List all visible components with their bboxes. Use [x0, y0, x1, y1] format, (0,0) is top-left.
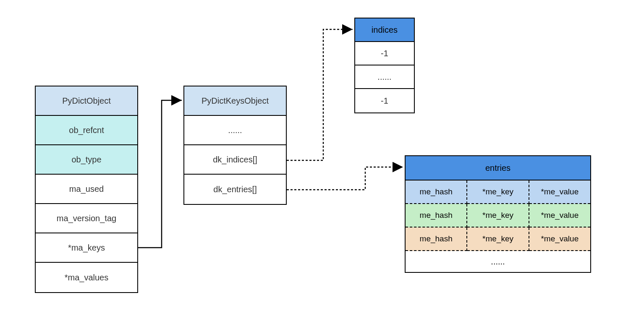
entry-hash: me_hash: [406, 227, 467, 251]
pykeys-box: PyDictKeysObject ...... dk_indices[] dk_…: [183, 86, 287, 205]
pydict-field-refcnt: ob_refcnt: [36, 116, 137, 145]
entries-title: entries: [406, 156, 590, 180]
pydict-field-keys: *ma_keys: [36, 233, 137, 263]
entry-row-1: me_hash *me_key *me_value: [406, 204, 590, 227]
entry-value: *me_value: [529, 227, 590, 251]
pydict-title: PyDictObject: [36, 86, 137, 116]
pykeys-field-dots: ......: [184, 116, 286, 145]
entry-key: *me_key: [467, 227, 529, 251]
pydict-field-values: *ma_values: [36, 263, 137, 292]
entry-value: *me_value: [529, 204, 590, 227]
entries-footer: ......: [406, 251, 590, 272]
pykeys-field-indices: dk_indices[]: [184, 145, 286, 175]
pydict-field-version: ma_version_tag: [36, 204, 137, 233]
entries-box: entries me_hash *me_key *me_value me_has…: [405, 155, 591, 273]
entry-row-2: me_hash *me_key *me_value: [406, 227, 590, 251]
pykeys-field-entries: dk_entries[]: [184, 175, 286, 204]
indices-cell-0: -1: [355, 42, 414, 65]
pydict-field-type: ob_type: [36, 145, 137, 175]
entry-key: *me_key: [467, 204, 529, 227]
entry-key: *me_key: [467, 180, 529, 204]
indices-cell-2: -1: [355, 89, 414, 112]
entry-hash: me_hash: [406, 180, 467, 204]
indices-cell-1: ......: [355, 65, 414, 89]
indices-title: indices: [355, 18, 414, 42]
pydict-box: PyDictObject ob_refcnt ob_type ma_used m…: [35, 86, 138, 293]
pykeys-title: PyDictKeysObject: [184, 86, 286, 116]
entry-hash: me_hash: [406, 204, 467, 227]
indices-box: indices -1 ...... -1: [354, 18, 415, 113]
entry-row-0: me_hash *me_key *me_value: [406, 180, 590, 204]
pydict-field-used: ma_used: [36, 175, 137, 204]
entry-value: *me_value: [529, 180, 590, 204]
